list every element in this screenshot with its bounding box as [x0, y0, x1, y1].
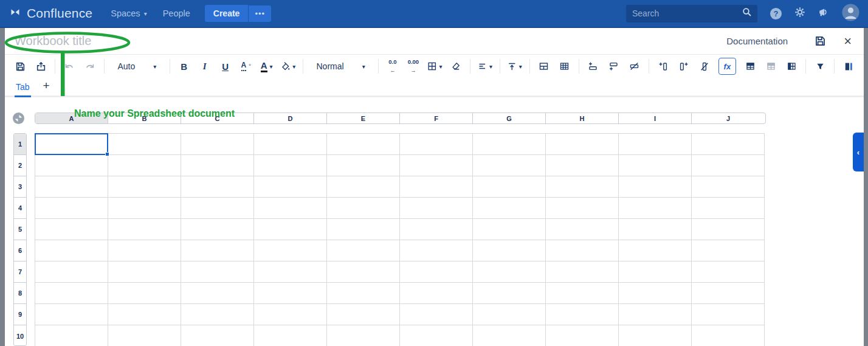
bold-button[interactable]: B [177, 58, 191, 75]
cell-G9[interactable] [473, 304, 546, 325]
cell-A5[interactable] [35, 219, 108, 240]
text-color-dropdown[interactable]: A ▾ [260, 58, 274, 75]
cell-C8[interactable] [181, 283, 254, 304]
delete-row-icon[interactable] [628, 58, 641, 75]
nav-people[interactable]: People [163, 9, 190, 18]
cell-H1[interactable] [546, 134, 619, 155]
cell-I6[interactable] [619, 240, 692, 261]
confluence-logo[interactable]: Confluence [9, 6, 92, 21]
panel-collapse-tab[interactable]: ‹ [853, 133, 864, 171]
cell-A4[interactable] [35, 198, 108, 219]
column-header-I[interactable]: I [619, 113, 692, 123]
freeze-rows-icon[interactable] [743, 58, 757, 75]
add-sheet-button[interactable]: + [43, 79, 50, 95]
cell-I5[interactable] [619, 219, 692, 240]
cell-D8[interactable] [254, 283, 327, 304]
cell-G7[interactable] [473, 261, 546, 283]
cell-C5[interactable] [181, 219, 254, 240]
cell-B6[interactable] [108, 240, 181, 261]
column-header-F[interactable]: F [400, 113, 473, 123]
cell-D5[interactable] [254, 219, 327, 240]
cell-H10[interactable] [546, 325, 619, 346]
cell-A9[interactable] [35, 304, 108, 325]
cell-A3[interactable] [35, 176, 108, 198]
cell-D3[interactable] [254, 176, 327, 198]
insert-column-left-icon[interactable] [656, 58, 670, 75]
cell-F8[interactable] [400, 283, 473, 304]
cell-I2[interactable] [619, 155, 692, 176]
insert-row-above-icon[interactable] [587, 58, 600, 75]
cell-A8[interactable] [35, 283, 108, 304]
cell-H8[interactable] [546, 283, 619, 304]
cell-E5[interactable] [327, 219, 400, 240]
row-header-4[interactable]: 4 [14, 198, 26, 219]
cell-I3[interactable] [619, 176, 692, 198]
cell-G1[interactable] [473, 134, 546, 155]
cell-G8[interactable] [473, 283, 546, 304]
cell-J7[interactable] [692, 261, 765, 283]
cell-style-dropdown[interactable]: Normal ▾ [311, 58, 371, 75]
create-more-button[interactable]: ••• [249, 5, 271, 22]
cell-J4[interactable] [692, 198, 765, 219]
row-header-6[interactable]: 6 [14, 240, 26, 261]
cell-D7[interactable] [254, 261, 327, 283]
cell-J10[interactable] [692, 325, 765, 346]
insert-column-right-icon[interactable] [677, 58, 691, 75]
nav-spaces[interactable]: Spaces ▾ [111, 9, 146, 18]
cell-J6[interactable] [692, 240, 765, 261]
cell-C1[interactable] [181, 134, 254, 155]
font-size-dropdown[interactable]: Auto ▾ [112, 58, 162, 75]
cell-I1[interactable] [619, 134, 692, 155]
cell-D2[interactable] [254, 155, 327, 176]
row-header-2[interactable]: 2 [14, 155, 26, 176]
avatar[interactable] [842, 4, 859, 24]
megaphone-icon[interactable] [818, 7, 829, 20]
sheet-tab-active[interactable]: Tab [15, 80, 31, 97]
fill-handle[interactable] [105, 152, 109, 156]
cell-J3[interactable] [692, 176, 765, 198]
search-icon[interactable] [742, 7, 752, 19]
cell-H2[interactable] [546, 155, 619, 176]
cell-H4[interactable] [546, 198, 619, 219]
freeze-columns-icon[interactable] [785, 58, 798, 75]
cell-E7[interactable] [327, 261, 400, 283]
cell-E2[interactable] [327, 155, 400, 176]
cell-I9[interactable] [619, 304, 692, 325]
cell-E3[interactable] [327, 176, 400, 198]
select-all-icon[interactable] [13, 112, 24, 124]
gear-icon[interactable] [794, 7, 805, 20]
cell-C6[interactable] [181, 240, 254, 261]
cell-H7[interactable] [546, 261, 619, 283]
cell-B1[interactable] [108, 134, 181, 155]
borders-dropdown[interactable]: ▾ [427, 58, 443, 75]
cell-E6[interactable] [327, 240, 400, 261]
search-box[interactable] [626, 5, 757, 22]
cell-G10[interactable] [473, 325, 546, 346]
column-header-J[interactable]: J [692, 113, 765, 123]
cell-I7[interactable] [619, 261, 692, 283]
cell-D6[interactable] [254, 240, 327, 261]
undo-icon[interactable] [63, 58, 76, 75]
side-panel-toggle-icon[interactable] [842, 58, 855, 75]
freeze-panes-icon[interactable] [764, 58, 777, 75]
cell-A10[interactable] [35, 325, 108, 346]
cell-B8[interactable] [108, 283, 181, 304]
increase-decimal-button[interactable]: 0.00 → [407, 58, 420, 75]
cell-G4[interactable] [473, 198, 546, 219]
cell-E8[interactable] [327, 283, 400, 304]
cell-A1[interactable] [35, 134, 108, 155]
cell-C3[interactable] [181, 176, 254, 198]
cell-F2[interactable] [400, 155, 473, 176]
cell-J9[interactable] [692, 304, 765, 325]
cell-H5[interactable] [546, 219, 619, 240]
cell-B7[interactable] [108, 261, 181, 283]
horizontal-align-dropdown[interactable]: ▾ [478, 58, 492, 75]
row-header-10[interactable]: 10 [14, 325, 26, 346]
cell-C2[interactable] [181, 155, 254, 176]
delete-column-icon[interactable] [698, 58, 711, 75]
decrease-decimal-button[interactable]: 0.0 ← [386, 58, 399, 75]
cell-G3[interactable] [473, 176, 546, 198]
clear-formatting-icon[interactable] [449, 58, 463, 75]
row-header-7[interactable]: 7 [14, 261, 26, 283]
insert-row-below-icon[interactable] [607, 58, 621, 75]
